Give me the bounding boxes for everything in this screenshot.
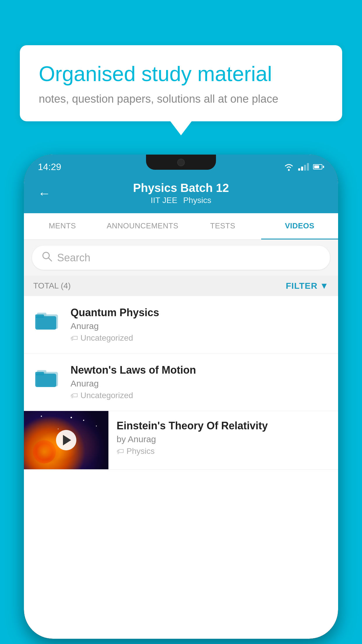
tag-icon: 🏷 [117, 447, 124, 456]
back-button[interactable]: ← [38, 186, 51, 201]
search-placeholder: Search [57, 252, 90, 264]
tab-videos[interactable]: VIDEOS [261, 213, 338, 239]
search-bar[interactable]: Search [32, 246, 330, 270]
video-list: Quantum Physics Anurag 🏷 Uncategorized [24, 296, 338, 470]
speech-bubble-title: Organised study material [39, 61, 323, 86]
svg-point-0 [288, 169, 290, 171]
search-icon [41, 251, 52, 265]
video-tag: 🏷 Uncategorized [71, 333, 329, 343]
video-info: Quantum Physics Anurag 🏷 Uncategorized [71, 307, 329, 343]
video-tag-text: Uncategorized [80, 391, 133, 400]
folder-icon-wrapper [33, 364, 62, 390]
tab-announcements[interactable]: ANNOUNCEMENTS [101, 213, 184, 239]
list-item[interactable]: Einstein's Theory Of Relativity by Anura… [24, 411, 338, 470]
folder-icon-wrapper [33, 307, 62, 333]
status-icons [284, 162, 324, 171]
header-subtitle: IIT JEE Physics [58, 196, 304, 205]
status-time: 14:29 [38, 162, 61, 172]
search-bar-container: Search [24, 240, 338, 276]
speech-bubble: Organised study material notes, question… [20, 45, 342, 121]
tag-icon: 🏷 [71, 334, 78, 343]
video-title: Quantum Physics [71, 307, 329, 319]
play-icon [63, 435, 71, 445]
phone-camera [177, 159, 185, 166]
header-title-group: Physics Batch 12 IIT JEE Physics [58, 181, 304, 205]
video-tag-text: Uncategorized [80, 333, 133, 343]
total-label: TOTAL (4) [33, 281, 71, 290]
app-header: ← Physics Batch 12 IIT JEE Physics [24, 176, 338, 213]
phone-frame: 14:29 [24, 155, 338, 639]
video-author: Anurag [71, 321, 329, 331]
filter-label: FILTER [286, 281, 318, 291]
video-info: Newton's Laws of Motion Anurag 🏷 Uncateg… [71, 364, 329, 400]
speech-bubble-section: Organised study material notes, question… [20, 45, 342, 121]
video-info: Einstein's Theory Of Relativity by Anura… [108, 411, 338, 465]
filter-button[interactable]: FILTER ▼ [286, 281, 329, 291]
phone-notch [146, 155, 216, 170]
speech-bubble-subtitle: notes, question papers, solutions all at… [39, 93, 323, 105]
video-author: Anurag [71, 379, 329, 388]
tab-tests[interactable]: TESTS [184, 213, 261, 239]
folder-icon [35, 365, 61, 389]
list-item[interactable]: Newton's Laws of Motion Anurag 🏷 Uncateg… [24, 354, 338, 411]
signal-icon [298, 163, 309, 171]
tag-icon: 🏷 [71, 391, 78, 400]
list-item[interactable]: Quantum Physics Anurag 🏷 Uncategorized [24, 296, 338, 354]
video-tag: 🏷 Uncategorized [71, 391, 329, 400]
video-thumbnail [24, 411, 108, 469]
svg-rect-6 [35, 314, 44, 318]
svg-rect-10 [35, 372, 44, 375]
tab-ments[interactable]: MENTS [24, 213, 101, 239]
filter-bar: TOTAL (4) FILTER ▼ [24, 276, 338, 296]
header-title: Physics Batch 12 [58, 181, 304, 195]
filter-icon: ▼ [320, 281, 329, 291]
tab-bar: MENTS ANNOUNCEMENTS TESTS VIDEOS [24, 213, 338, 240]
wifi-icon [284, 162, 294, 171]
video-tag-text: Physics [126, 447, 154, 456]
svg-line-2 [48, 258, 52, 261]
video-tag: 🏷 Physics [117, 447, 330, 456]
folder-icon [35, 308, 61, 331]
battery-icon [313, 164, 324, 169]
header-subtitle-2: Physics [183, 196, 211, 205]
video-author: by Anurag [117, 434, 330, 444]
svg-rect-9 [35, 374, 56, 387]
header-subtitle-1: IIT JEE [151, 196, 177, 205]
phone-screen: 14:29 [24, 155, 338, 639]
svg-rect-5 [35, 316, 56, 330]
video-title: Einstein's Theory Of Relativity [117, 420, 330, 432]
play-button[interactable] [56, 430, 76, 450]
video-title: Newton's Laws of Motion [71, 364, 329, 376]
